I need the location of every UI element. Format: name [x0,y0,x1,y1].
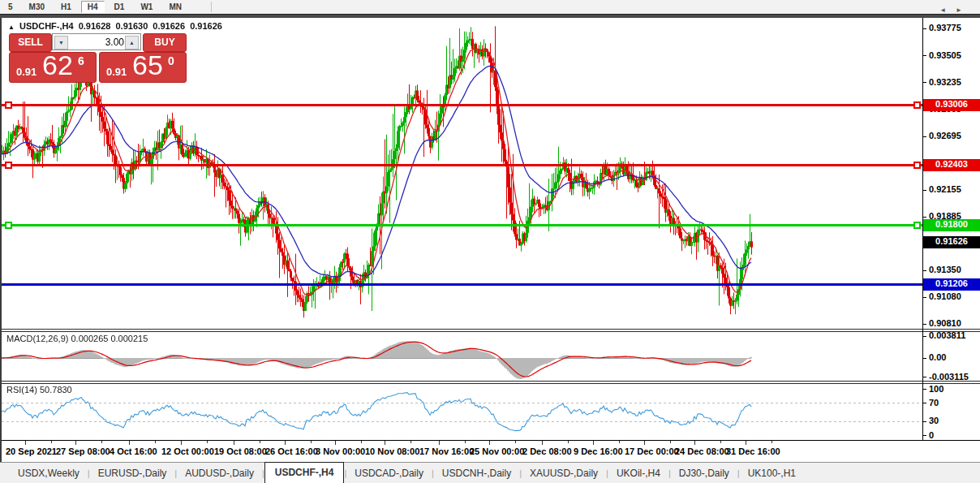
tab-scroll-arrows: ◄► [939,6,972,14]
macd-tick [923,358,926,359]
chart-tab-dj30[interactable]: DJ30-,Daily [671,464,737,482]
macd-tick-label: 0.00 [929,352,946,362]
chart-tab-xauusd[interactable]: XAUUSD-,Daily [522,464,606,482]
timeframe-button-mn[interactable]: MN [162,1,188,13]
rsi-tick-label: 30 [929,416,939,425]
chart-tab-uk100[interactable]: UK100-,H1 [740,464,804,482]
time-axis-tick [75,441,76,445]
volume-increase-icon[interactable]: ▲ [125,36,139,50]
price-tick-label: 0.91080 [929,291,961,301]
collapse-quote-icon[interactable]: ▲ [8,24,15,31]
price-tick-label: 0.91350 [929,265,961,274]
time-axis-tick [670,441,671,443]
tab-scroll-right-icon[interactable]: ► [956,6,972,14]
time-axis-tick [410,441,411,443]
line-handle[interactable] [5,222,12,229]
line-handle[interactable] [913,162,921,169]
timeframe-button-h1[interactable]: H1 [54,1,78,13]
time-axis-tick [568,441,569,443]
tab-scroll-left-icon[interactable]: ◄ [939,6,956,14]
buy-price-button[interactable]: 0.91 65 0 [99,52,187,83]
chart-tab-usdcnh[interactable]: USDCNH-,Daily [434,464,519,482]
chart-tab-audusd[interactable]: AUDUSD-,Daily [177,464,262,482]
rsi-tick [923,435,926,436]
time-axis-label: 31 Dec 16:00 [726,446,780,456]
rsi-pane[interactable]: RSI(14) 50.7830 [2,384,922,440]
time-axis-tick [207,441,208,443]
macd-tick [923,377,926,377]
macd-tick-label: -0.003115 [929,372,969,382]
volume-decrease-icon[interactable]: ▼ [54,36,68,50]
price-label-badge: 0.91206 [923,278,980,291]
chart-window: ▲ USDCHF-,H4 0.91628 0.91630 0.91626 0.9… [0,18,980,462]
time-axis-label: 25 Nov 00:00 [470,446,524,456]
sell-price-prefix: 0.91 [16,66,37,78]
chart-tab-ukoil[interactable]: UKOil-,H4 [608,464,668,482]
macd-pane[interactable]: MACD(12,26,9) 0.000265 0.000215 [2,332,922,381]
timeframe-button-5[interactable]: 5 [2,1,19,13]
price-tick-label: 0.90810 [929,318,961,328]
price-label-badge: 0.93006 [923,99,980,111]
line-handle[interactable] [913,222,921,229]
price-label-badge: 0.91626 [923,236,980,248]
time-axis-tick [439,441,440,445]
volume-input[interactable]: ▼ 3.00 ▲ [52,33,141,50]
rsi-tick [923,421,926,422]
price-tick [923,82,926,83]
line-handle[interactable] [5,101,12,109]
chart-tab-usdchf[interactable]: USDCHF-,H4 [264,462,345,483]
time-axis-label: 2 Dec 08:00 [522,446,572,456]
macd-tick [923,336,926,337]
rsi-name: RSI(14) [6,385,37,395]
time-axis-label: 4 Oct 16:00 [110,446,157,456]
timeframe-button-m30[interactable]: M30 [23,1,51,13]
horizontal-line-0.91206[interactable] [2,283,922,286]
price-label-badge: 0.91800 [923,219,980,231]
price-tick [923,270,926,271]
line-handle[interactable] [913,101,921,109]
time-axis-tick [593,441,594,445]
buy-price-prefix: 0.91 [106,66,127,78]
macd-tick-label: 0.003811 [929,330,965,340]
timeframe-button-h4[interactable]: H4 [81,1,105,13]
ohlc-low: 0.91626 [153,21,185,31]
time-axis-tick [335,441,336,445]
time-axis-tick [489,441,490,445]
horizontal-line-0.918[interactable] [2,224,922,226]
time-axis-tick [51,441,52,443]
time-axis-tick [772,441,772,443]
time-axis-tick [285,441,286,445]
time-axis-label: 10 Nov 08:00 [365,446,419,456]
timeframe-button-d1[interactable]: D1 [108,1,131,13]
time-axis-tick [181,441,182,445]
timeframe-button-w1[interactable]: W1 [134,1,159,13]
horizontal-line-0.92403[interactable] [2,164,922,166]
time-axis-tick [311,441,312,443]
ohlc-open: 0.91628 [79,21,111,31]
rsi-canvas[interactable] [2,384,922,440]
sell-price-button[interactable]: 0.91 62 6 [9,52,97,83]
time-axis-label: 27 Sep 08:00 [56,446,110,456]
rsi-label: RSI(14) 50.7830 [6,385,72,395]
line-handle[interactable] [5,162,12,169]
rsi-tick [923,403,926,403]
time-axis-tick [746,441,746,445]
price-tick-label: 0.93505 [929,50,961,60]
time-axis-tick [694,441,695,445]
time-axis-tick [619,441,620,443]
time-axis-tick [542,441,543,445]
rsi-tick-label: 100 [929,384,943,394]
time-axis-tick [260,441,260,443]
chart-tab-usdx[interactable]: USDX,Weekly [10,464,88,482]
time-axis-tick [385,441,385,445]
time-axis-tick [644,441,645,445]
chart-tab-eurusd[interactable]: EURUSD-,Daily [90,464,175,482]
buy-price-big: 65 [132,50,163,81]
price-tick [923,297,926,298]
chart-tab-bar: USDX,Weekly|EURUSD-,Daily|AUDUSD-,Daily|… [0,462,980,483]
time-axis-label: 20 Sep 2021 [6,446,57,456]
chart-tab-usdcad[interactable]: USDCAD-,Daily [346,464,432,482]
horizontal-line-0.93006[interactable] [2,104,922,106]
price-tick-label: 0.92155 [929,184,961,194]
time-axis-tick [361,441,362,443]
